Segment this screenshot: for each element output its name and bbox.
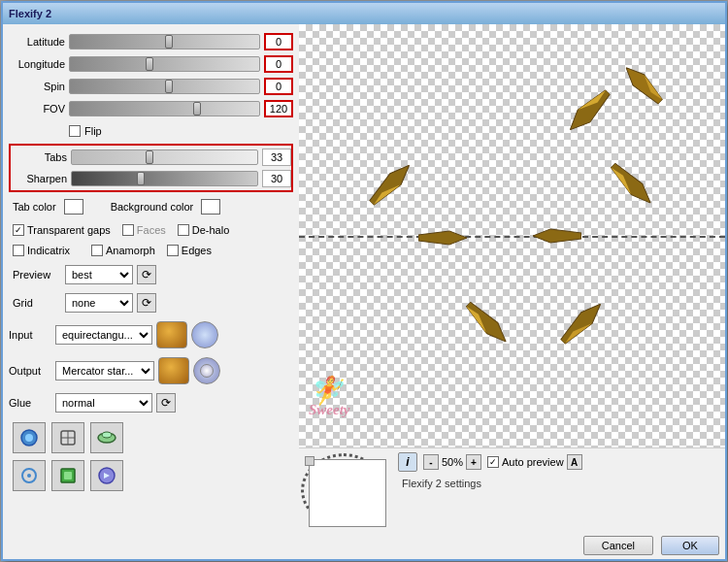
color-row: Tab color Background color [9,195,293,218]
svg-point-1 [25,434,33,442]
svg-marker-16 [366,159,414,208]
main-window: Flexify 2 Latitude Longitude [1,1,727,561]
output-icon-btn[interactable] [158,357,189,384]
input-cd-btn[interactable] [191,321,218,348]
svg-marker-20 [418,231,467,245]
output-cd-btn[interactable] [193,357,220,384]
auto-preview-checkbox[interactable] [487,456,499,468]
mini-preview-handle[interactable] [305,456,314,466]
info-button[interactable]: i [398,452,417,472]
grid-label: Grid [13,297,61,309]
right-controls: i - 50% + Auto preview A [398,452,719,489]
preview-icon-btn[interactable]: ⟳ [137,265,156,284]
spin-slider[interactable] [69,79,260,94]
longitude-thumb[interactable] [146,57,153,71]
indicatrix-option: Indicatrix [13,245,70,256]
a-badge[interactable]: A [567,454,582,470]
input-icon-btn[interactable] [156,321,187,348]
tabs-value[interactable] [262,149,291,166]
spin-row: Spin [9,77,293,96]
latitude-thumb[interactable] [165,35,173,49]
action-buttons: Cancel OK [305,530,719,555]
sharpen-thumb[interactable] [137,172,145,185]
input-label: Input [9,329,51,341]
de-halo-label: De-halo [192,224,230,236]
auto-preview-group: Auto preview A [487,454,582,470]
feather-4 [606,156,658,209]
latitude-label: Latitude [9,36,65,48]
glue-label: Glue [9,397,51,409]
tab-color-swatch[interactable] [64,199,83,215]
feather-7 [461,296,513,348]
svg-marker-14 [621,62,667,108]
tool-btn-4[interactable] [13,460,46,491]
tool-buttons-row [9,418,293,457]
latitude-row: Latitude [9,32,293,51]
fov-thumb[interactable] [193,102,201,116]
faces-checkbox[interactable] [122,224,134,236]
tool-btn-1[interactable] [13,422,46,453]
tabs-thumb[interactable] [146,150,153,164]
horizontal-guide [299,236,725,238]
svg-marker-24 [557,299,606,347]
tabs-label: Tabs [11,151,67,163]
tool-btn-3[interactable] [90,422,123,453]
preview-canvas[interactable]: 🧚 Sweety [299,24,725,447]
grid-select[interactable]: none lines dots [65,293,133,313]
sharpen-value[interactable] [262,170,291,187]
tool-btn-6[interactable] [90,460,123,491]
longitude-value[interactable] [264,55,293,73]
anamorph-checkbox[interactable] [91,245,103,256]
feather-8 [555,296,608,348]
checkboxes-row2: Indicatrix Anamorph Edges [9,245,293,256]
preview-select[interactable]: best good fast [65,265,133,284]
indicatrix-label: Indicatrix [27,245,70,256]
longitude-row: Longitude [9,54,293,74]
latitude-value[interactable] [264,33,293,50]
input-row: Input equirectangu... cylindrical [9,321,293,348]
glue-select[interactable]: normal add subtract [55,393,152,413]
glue-icon-btn[interactable]: ⟳ [156,393,176,413]
zoom-out-button[interactable]: - [423,454,439,470]
spin-value[interactable] [264,78,293,95]
svg-marker-22 [463,299,512,347]
transparent-gaps-checkbox[interactable] [13,224,24,236]
ok-button[interactable]: OK [661,536,719,555]
svg-marker-21 [533,229,581,243]
tool-btn-2[interactable] [51,422,84,453]
de-halo-option: De-halo [178,224,230,236]
fov-value[interactable] [264,100,293,117]
svg-marker-12 [564,86,614,137]
tool-btn-5[interactable] [51,460,84,491]
input-select[interactable]: equirectangu... cylindrical [55,325,152,345]
latitude-slider[interactable] [69,34,260,50]
tabs-row: Tabs [11,148,291,167]
output-label: Output [9,365,51,377]
sharpen-slider[interactable] [71,171,258,186]
edges-checkbox[interactable] [167,245,179,256]
mini-preview-box[interactable] [309,459,386,527]
zoom-in-button[interactable]: + [466,454,481,470]
grid-icon-btn[interactable]: ⟳ [137,293,156,313]
output-select[interactable]: Mercator star... equirectangular [55,361,154,380]
window-title: Flexify 2 [9,8,51,19]
longitude-slider[interactable] [69,56,260,72]
bg-color-swatch[interactable] [201,199,220,215]
bottom-controls: i - 50% + Auto preview A [305,452,719,530]
fov-slider[interactable] [69,101,260,116]
tabs-slider[interactable] [71,149,258,165]
tool-buttons-row2 [9,460,293,495]
faces-label: Faces [137,224,166,236]
settings-text: Flexify 2 settings [402,478,719,489]
flip-checkbox[interactable] [69,125,81,137]
svg-point-8 [27,474,31,478]
indicatrix-checkbox[interactable] [13,245,24,256]
cancel-button[interactable]: Cancel [583,536,653,555]
glue-row: Glue normal add subtract ⟳ [9,393,293,413]
feather-2 [618,61,668,111]
de-halo-checkbox[interactable] [178,224,189,236]
bg-color-label: Background color [111,201,194,213]
spin-thumb[interactable] [165,80,173,93]
svg-rect-10 [64,472,72,479]
transparent-gaps-label: Transparent gaps [27,224,111,236]
